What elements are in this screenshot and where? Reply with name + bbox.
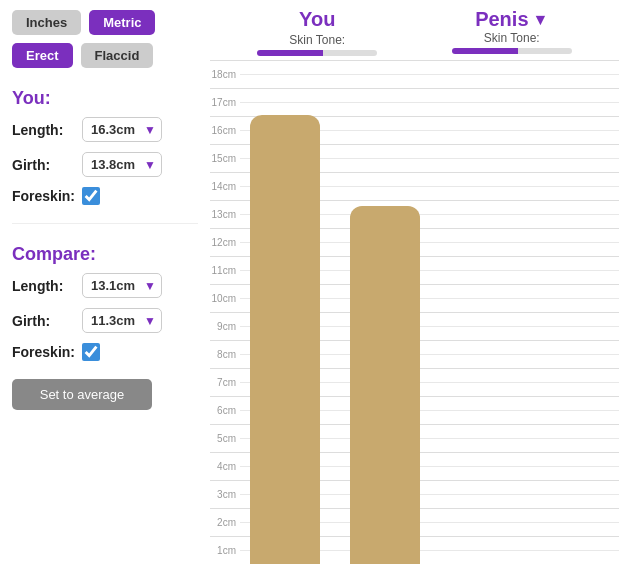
- unit-toggle-row: Inches Metric: [12, 10, 198, 35]
- you-girth-row: Girth: 13.8cm ▼: [12, 152, 198, 177]
- compare-girth-select[interactable]: 11.3cm: [82, 308, 162, 333]
- state-toggle-row: Erect Flaccid: [12, 43, 198, 68]
- compare-foreskin-checkbox[interactable]: [82, 343, 100, 361]
- you-girth-select[interactable]: 13.8cm: [82, 152, 162, 177]
- ruler-label: 1cm: [210, 545, 240, 556]
- penis-selector-group: Penis ▼ Skin Tone:: [432, 8, 592, 54]
- compare-foreskin-row: Foreskin:: [12, 343, 198, 361]
- inches-button[interactable]: Inches: [12, 10, 81, 35]
- ruler-label: 3cm: [210, 489, 240, 500]
- ruler-label: 2cm: [210, 517, 240, 528]
- penis-dropdown[interactable]: Penis ▼: [475, 8, 548, 31]
- you-foreskin-checkbox[interactable]: [82, 187, 100, 205]
- chart-area: 1cm2cm3cm4cm5cm6cm7cm8cm9cm10cm11cm12cm1…: [210, 60, 619, 564]
- ruler-label: 17cm: [210, 97, 240, 108]
- you-foreskin-label: Foreskin:: [12, 188, 82, 204]
- penis-label: Penis: [475, 8, 528, 31]
- you-skin-tone-label: Skin Tone:: [289, 33, 345, 47]
- you-girth-label: Girth:: [12, 157, 82, 173]
- ruler-label: 13cm: [210, 209, 240, 220]
- ruler-label: 9cm: [210, 321, 240, 332]
- bars-container: [240, 60, 619, 564]
- penis-skin-tone-slider[interactable]: [452, 48, 572, 54]
- chart-inner: 1cm2cm3cm4cm5cm6cm7cm8cm9cm10cm11cm12cm1…: [210, 60, 619, 564]
- ruler-label: 16cm: [210, 125, 240, 136]
- metric-button[interactable]: Metric: [89, 10, 155, 35]
- section-divider: [12, 223, 198, 224]
- compare-foreskin-label: Foreskin:: [12, 344, 82, 360]
- erect-button[interactable]: Erect: [12, 43, 73, 68]
- penis-dropdown-arrow-icon: ▼: [533, 11, 549, 29]
- you-length-row: Length: 16.3cm ▼: [12, 117, 198, 142]
- you-length-select-wrapper: 16.3cm ▼: [82, 117, 162, 142]
- compare-bar: [350, 206, 420, 564]
- compare-girth-label: Girth:: [12, 313, 82, 329]
- ruler-label: 15cm: [210, 153, 240, 164]
- ruler-label: 12cm: [210, 237, 240, 248]
- ruler-label: 14cm: [210, 181, 240, 192]
- you-girth-select-wrapper: 13.8cm ▼: [82, 152, 162, 177]
- compare-title: Compare:: [12, 244, 198, 265]
- ruler-label: 10cm: [210, 293, 240, 304]
- set-average-button[interactable]: Set to average: [12, 379, 152, 410]
- ruler-label: 6cm: [210, 405, 240, 416]
- you-foreskin-row: Foreskin:: [12, 187, 198, 205]
- compare-girth-select-wrapper: 11.3cm ▼: [82, 308, 162, 333]
- left-panel: Inches Metric Erect Flaccid You: Length:…: [0, 0, 210, 564]
- compare-girth-row: Girth: 11.3cm ▼: [12, 308, 198, 333]
- ruler-label: 7cm: [210, 377, 240, 388]
- ruler-label: 18cm: [210, 69, 240, 80]
- you-selector-group: You Skin Tone:: [237, 8, 397, 56]
- you-title: You:: [12, 88, 198, 109]
- ruler-label: 4cm: [210, 461, 240, 472]
- top-selectors: You Skin Tone: Penis ▼ Skin Tone:: [210, 8, 619, 56]
- you-length-select[interactable]: 16.3cm: [82, 117, 162, 142]
- compare-length-select-wrapper: 13.1cm ▼: [82, 273, 162, 298]
- ruler-label: 5cm: [210, 433, 240, 444]
- you-length-label: Length:: [12, 122, 82, 138]
- ruler-label: 8cm: [210, 349, 240, 360]
- you-chart-label: You: [299, 8, 335, 31]
- ruler-label: 11cm: [210, 265, 240, 276]
- you-skin-tone-slider[interactable]: [257, 50, 377, 56]
- compare-length-row: Length: 13.1cm ▼: [12, 273, 198, 298]
- right-panel: You Skin Tone: Penis ▼ Skin Tone: 1cm2cm…: [210, 0, 619, 564]
- penis-skin-tone-label: Skin Tone:: [484, 31, 540, 45]
- compare-length-select[interactable]: 13.1cm: [82, 273, 162, 298]
- compare-length-label: Length:: [12, 278, 82, 294]
- you-bar: [250, 115, 320, 564]
- flaccid-button[interactable]: Flaccid: [81, 43, 154, 68]
